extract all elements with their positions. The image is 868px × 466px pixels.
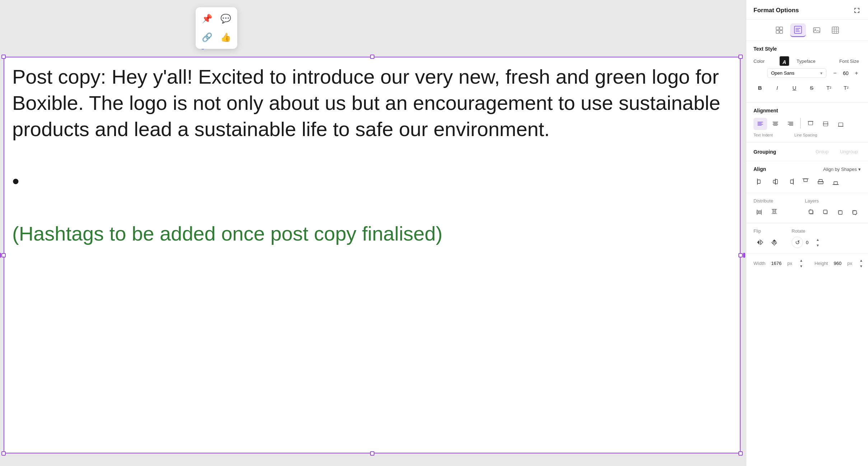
format-buttons-row: B I U S T2 T2 bbox=[753, 81, 861, 94]
handle-top-center[interactable] bbox=[370, 55, 374, 59]
panel-expand-icon[interactable] bbox=[853, 6, 861, 14]
color-label: Color bbox=[753, 59, 775, 64]
height-up-button[interactable]: ▲ bbox=[858, 258, 864, 263]
rotate-down-button[interactable]: ▼ bbox=[815, 243, 821, 248]
valign-bottom-button[interactable] bbox=[834, 118, 848, 130]
underline-button[interactable]: U bbox=[788, 81, 801, 94]
width-up-button[interactable]: ▲ bbox=[798, 258, 804, 263]
text-box-wrapper[interactable]: Post copy: Hey y'all! Excited to introdu… bbox=[4, 57, 741, 453]
rotate-up-button[interactable]: ▲ bbox=[815, 237, 821, 242]
color-swatch[interactable] bbox=[779, 56, 789, 66]
valign-middle-button[interactable] bbox=[819, 118, 832, 130]
align-left-edge-button[interactable] bbox=[753, 176, 767, 188]
color-typeface-row: Color Typeface Font Size bbox=[753, 56, 861, 66]
floating-toolbar: 📌 💬 🔗 👍 bbox=[196, 7, 237, 49]
tab-shape[interactable] bbox=[771, 23, 787, 37]
line-spacing-label: Line Spacing bbox=[794, 133, 817, 137]
italic-button[interactable]: I bbox=[771, 81, 784, 94]
rotate-section: Rotate ↺ 0 ▲ ▼ bbox=[792, 228, 821, 248]
distribute-icons bbox=[753, 206, 796, 218]
align-shapes-dropdown[interactable]: Align by Shapes ▾ bbox=[823, 167, 861, 172]
align-shapes-arrow-icon: ▾ bbox=[858, 167, 861, 172]
rotate-icon[interactable]: ↺ bbox=[792, 237, 803, 248]
layer-back-button[interactable] bbox=[848, 206, 861, 218]
font-size-label: Font Size bbox=[839, 59, 861, 64]
layer-backward-button[interactable] bbox=[834, 206, 846, 218]
height-stepper: ▲ ▼ bbox=[858, 258, 864, 269]
superscript-button[interactable]: T2 bbox=[822, 81, 835, 94]
panel-title: Format Options bbox=[753, 7, 799, 14]
svg-rect-0 bbox=[776, 27, 779, 30]
handle-side-left[interactable] bbox=[0, 251, 2, 260]
valign-top-button[interactable] bbox=[804, 118, 817, 130]
comment-button[interactable]: 💬 bbox=[217, 10, 234, 27]
align-right-edge-button[interactable] bbox=[784, 176, 797, 188]
handle-bottom-right[interactable] bbox=[738, 451, 743, 456]
link-button[interactable]: 🔗 bbox=[199, 29, 216, 46]
rotate-value: 0 bbox=[806, 240, 812, 245]
svg-rect-12 bbox=[773, 180, 775, 183]
thumbs-up-button[interactable]: 👍 bbox=[217, 29, 234, 46]
tab-table[interactable] bbox=[827, 23, 843, 37]
bold-button[interactable]: B bbox=[753, 81, 766, 94]
hashtag-text: (Hashtags to be added once post copy fin… bbox=[12, 222, 443, 245]
comment-emoji: 💬 bbox=[220, 14, 231, 24]
flip-section: Flip bbox=[753, 228, 781, 248]
align-center-button[interactable] bbox=[769, 118, 782, 130]
strikethrough-button[interactable]: S bbox=[805, 81, 818, 94]
svg-rect-24 bbox=[809, 210, 813, 214]
align-section: Align Align by Shapes ▾ bbox=[746, 161, 868, 193]
subscript-button[interactable]: T2 bbox=[840, 81, 853, 94]
svg-rect-28 bbox=[839, 211, 842, 214]
handle-top-left[interactable] bbox=[1, 55, 6, 59]
text-indent-label: Text Indent bbox=[753, 133, 773, 137]
align-bottom-edge-button[interactable] bbox=[829, 176, 843, 188]
tab-text[interactable] bbox=[790, 23, 806, 37]
distribute-h-button[interactable] bbox=[753, 206, 766, 218]
typeface-dropdown[interactable]: Open Sans ▾ bbox=[767, 68, 826, 78]
svg-rect-17 bbox=[818, 182, 823, 184]
handle-bottom-center[interactable] bbox=[370, 451, 374, 456]
svg-rect-20 bbox=[759, 211, 761, 214]
pin-button[interactable]: 📌 bbox=[199, 10, 216, 27]
width-label: Width bbox=[753, 261, 765, 266]
layer-forward-button[interactable] bbox=[819, 206, 832, 218]
typeface-size-row: Open Sans ▾ − 60 + bbox=[753, 68, 861, 78]
align-center-h-button[interactable] bbox=[769, 176, 782, 188]
flip-icons bbox=[753, 237, 781, 248]
layer-front-button[interactable] bbox=[805, 206, 818, 218]
flip-vertical-button[interactable] bbox=[768, 237, 781, 248]
align-right-button[interactable] bbox=[784, 118, 797, 130]
pin-emoji: 📌 bbox=[202, 14, 213, 24]
distribute-v-button[interactable] bbox=[768, 206, 781, 218]
alignment-section: Alignment Tex bbox=[746, 103, 868, 143]
width-down-button[interactable]: ▼ bbox=[798, 264, 804, 269]
handle-bottom-left[interactable] bbox=[1, 451, 6, 456]
align-left-button[interactable] bbox=[753, 118, 767, 130]
svg-rect-5 bbox=[813, 28, 820, 33]
align-header-row: Align Align by Shapes ▾ bbox=[753, 166, 861, 172]
group-button[interactable]: Group bbox=[813, 148, 831, 156]
flip-horizontal-button[interactable] bbox=[753, 237, 766, 248]
font-size-value: 60 bbox=[841, 70, 850, 76]
flip-label: Flip bbox=[753, 228, 781, 234]
align-top-edge-button[interactable] bbox=[799, 176, 812, 188]
font-size-minus-button[interactable]: − bbox=[831, 69, 839, 78]
handle-top-right[interactable] bbox=[738, 55, 743, 59]
layers-icons bbox=[805, 206, 861, 218]
grouping-label: Grouping bbox=[753, 149, 776, 155]
align-section-label: Align bbox=[753, 166, 766, 172]
align-middle-v-button[interactable] bbox=[814, 176, 827, 188]
tab-image[interactable] bbox=[809, 23, 825, 37]
text-box-content[interactable]: Post copy: Hey y'all! Excited to introdu… bbox=[4, 57, 741, 453]
main-text: Post copy: Hey y'all! Excited to introdu… bbox=[12, 65, 720, 140]
svg-rect-10 bbox=[839, 123, 843, 126]
font-size-plus-button[interactable]: + bbox=[852, 69, 861, 78]
handle-side-right[interactable] bbox=[742, 251, 746, 260]
ungroup-button[interactable]: Ungroup bbox=[837, 148, 861, 156]
panel-header: Format Options bbox=[746, 0, 868, 20]
svg-rect-30 bbox=[853, 211, 857, 214]
distribute-label: Distribute bbox=[753, 198, 796, 204]
height-down-button[interactable]: ▼ bbox=[858, 264, 864, 269]
text-style-label: Text Style bbox=[753, 46, 861, 52]
